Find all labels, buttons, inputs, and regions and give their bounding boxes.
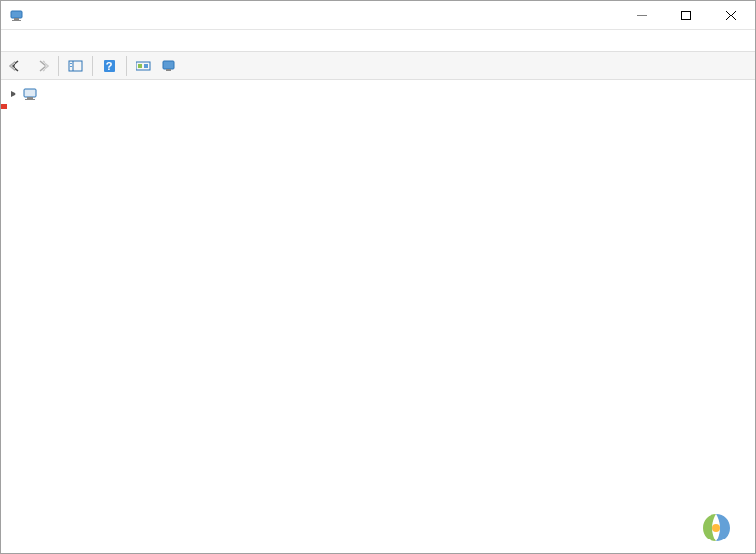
maximize-button[interactable]: [664, 1, 709, 30]
scan-button[interactable]: [132, 54, 155, 77]
toolbar-separator: [92, 56, 93, 76]
expand-arrow-icon[interactable]: [7, 87, 20, 101]
watermark-logo-icon: [699, 510, 734, 545]
svg-rect-20: [25, 99, 35, 100]
svg-rect-0: [11, 11, 22, 18]
device-tree: [1, 80, 755, 554]
svg-text:?: ?: [106, 60, 113, 72]
menu-help[interactable]: [53, 39, 69, 43]
menu-file[interactable]: [7, 39, 22, 43]
watermark: [699, 510, 740, 545]
forward-button[interactable]: [30, 54, 53, 77]
svg-rect-10: [70, 66, 72, 67]
svg-rect-15: [144, 64, 148, 68]
toolbar-separator: [126, 56, 127, 76]
toolbar: ?: [1, 51, 755, 80]
svg-rect-17: [166, 69, 171, 71]
titlebar: [1, 1, 755, 30]
highlight-box: [1, 104, 7, 109]
svg-rect-19: [27, 97, 33, 99]
svg-rect-4: [682, 11, 691, 19]
show-hide-button[interactable]: [64, 54, 87, 77]
tree-root[interactable]: [1, 84, 755, 104]
window-controls: [620, 1, 753, 30]
menu-action[interactable]: [22, 39, 38, 43]
monitor-button[interactable]: [157, 54, 180, 77]
svg-rect-14: [138, 64, 142, 68]
svg-rect-9: [70, 63, 72, 64]
app-icon: [9, 8, 24, 23]
close-button[interactable]: [709, 1, 753, 30]
svg-point-21: [712, 524, 720, 532]
menubar: [1, 30, 755, 51]
svg-rect-16: [163, 61, 174, 69]
back-button[interactable]: [5, 54, 28, 77]
svg-rect-2: [12, 20, 21, 21]
svg-rect-1: [14, 18, 19, 20]
help-button[interactable]: ?: [98, 54, 121, 77]
minimize-button[interactable]: [620, 1, 664, 30]
toolbar-separator: [58, 56, 59, 76]
menu-view[interactable]: [38, 39, 53, 43]
computer-icon: [22, 86, 38, 102]
svg-rect-18: [24, 89, 36, 97]
